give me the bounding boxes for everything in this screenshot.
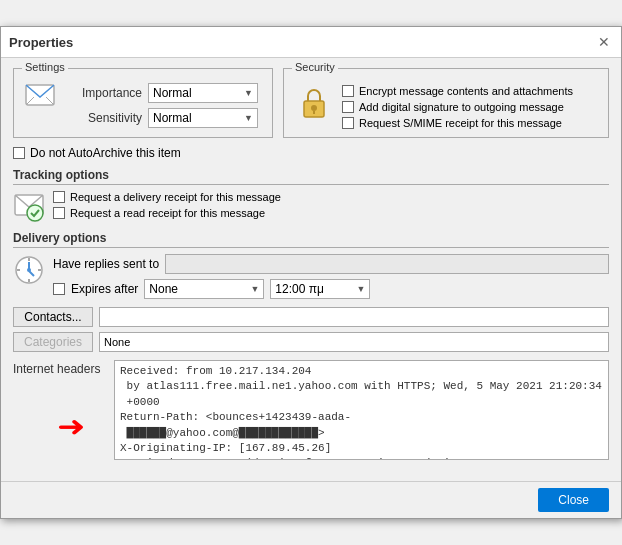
read-receipt-checkbox[interactable] xyxy=(53,207,65,219)
delivery-icon xyxy=(13,254,45,286)
title-close-button[interactable]: ✕ xyxy=(595,33,613,51)
headers-textarea[interactable]: Received: from 10.217.134.204 by atlas11… xyxy=(114,360,609,460)
importance-label: Importance xyxy=(64,86,142,100)
tracking-section-label: Tracking options xyxy=(13,168,609,185)
expires-date-value: None xyxy=(149,282,178,296)
svg-point-7 xyxy=(27,205,43,221)
security-section-label: Security xyxy=(292,61,338,73)
expires-date-dropdown[interactable]: None ▼ xyxy=(144,279,264,299)
chevron-down-icon: ▼ xyxy=(244,113,253,123)
encrypt-row: Encrypt message contents and attachments xyxy=(342,85,573,97)
red-arrow-icon: ➜ xyxy=(57,410,85,443)
chevron-down-icon: ▼ xyxy=(244,88,253,98)
read-receipt-label: Request a read receipt for this message xyxy=(70,207,265,219)
top-sections: Settings Importance Normal xyxy=(13,68,609,138)
title-bar: Properties ✕ xyxy=(1,27,621,58)
internet-headers-label: Internet headers xyxy=(13,362,108,376)
security-section: Security Encrypt message contents and at… xyxy=(283,68,609,138)
internet-headers-section: Internet headers ➜ Received: from 10.217… xyxy=(13,360,609,463)
read-receipt-row: Request a read receipt for this message xyxy=(53,207,281,219)
sensitivity-dropdown[interactable]: Normal ▼ xyxy=(148,108,258,128)
headers-container: ➜ Received: from 10.217.134.204 by atlas… xyxy=(114,360,609,463)
properties-dialog: Properties ✕ Settings Imp xyxy=(0,26,622,519)
categories-input[interactable] xyxy=(99,332,609,352)
autoarchive-checkbox[interactable] xyxy=(13,147,25,159)
security-checkboxes: Encrypt message contents and attachments… xyxy=(342,85,573,129)
tracking-checkboxes: Request a delivery receipt for this mess… xyxy=(53,191,281,219)
importance-value: Normal xyxy=(153,86,192,100)
chevron-down-icon: ▼ xyxy=(250,284,259,294)
tracking-icon xyxy=(13,191,45,223)
delivery-receipt-label: Request a delivery receipt for this mess… xyxy=(70,191,281,203)
delivery-receipt-checkbox[interactable] xyxy=(53,191,65,203)
replies-input[interactable] xyxy=(165,254,609,274)
close-button[interactable]: Close xyxy=(538,488,609,512)
signature-checkbox[interactable] xyxy=(342,101,354,113)
svg-point-4 xyxy=(311,105,317,111)
svg-point-11 xyxy=(27,268,31,272)
sensitivity-row: Sensitivity Normal ▼ xyxy=(64,108,258,128)
signature-label: Add digital signature to outgoing messag… xyxy=(359,101,564,113)
smime-checkbox[interactable] xyxy=(342,117,354,129)
encrypt-checkbox[interactable] xyxy=(342,85,354,97)
sensitivity-label: Sensitivity xyxy=(64,111,142,125)
smime-label: Request S/MIME receipt for this message xyxy=(359,117,562,129)
smime-row: Request S/MIME receipt for this message xyxy=(342,117,573,129)
delivery-fields: Have replies sent to Expires after None … xyxy=(53,254,609,299)
replies-row: Have replies sent to xyxy=(53,254,609,274)
signature-row: Add digital signature to outgoing messag… xyxy=(342,101,573,113)
dialog-content: Settings Importance Normal xyxy=(1,58,621,473)
importance-dropdown[interactable]: Normal ▼ xyxy=(148,83,258,103)
importance-icon xyxy=(24,79,56,111)
settings-with-icon: Importance Normal ▼ Sensitivity Normal ▼ xyxy=(24,77,262,128)
delivery-content: Have replies sent to Expires after None … xyxy=(13,254,609,299)
contacts-input[interactable] xyxy=(99,307,609,327)
lock-icon xyxy=(294,83,334,123)
contacts-button[interactable]: Contacts... xyxy=(13,307,93,327)
settings-section-label: Settings xyxy=(22,61,68,73)
expires-label: Expires after xyxy=(71,282,138,296)
expires-time-value: 12:00 πμ xyxy=(275,282,324,296)
delivery-receipt-row: Request a delivery receipt for this mess… xyxy=(53,191,281,203)
security-content: Encrypt message contents and attachments… xyxy=(294,83,598,129)
bottom-bar: Close xyxy=(1,481,621,518)
importance-row: Importance Normal ▼ xyxy=(64,83,258,103)
settings-fields: Importance Normal ▼ Sensitivity Normal ▼ xyxy=(64,83,258,128)
replies-label: Have replies sent to xyxy=(53,257,159,271)
chevron-down-icon: ▼ xyxy=(356,284,365,294)
dialog-title: Properties xyxy=(9,35,73,50)
sensitivity-value: Normal xyxy=(153,111,192,125)
expires-checkbox[interactable] xyxy=(53,283,65,295)
settings-section: Settings Importance Normal xyxy=(13,68,273,138)
expires-time-dropdown[interactable]: 12:00 πμ ▼ xyxy=(270,279,370,299)
categories-button[interactable]: Categories xyxy=(13,332,93,352)
autoarchive-label: Do not AutoArchive this item xyxy=(30,146,181,160)
contacts-row: Contacts... xyxy=(13,307,609,327)
delivery-section-label: Delivery options xyxy=(13,231,609,248)
expires-row: Expires after None ▼ 12:00 πμ ▼ xyxy=(53,279,609,299)
tracking-content: Request a delivery receipt for this mess… xyxy=(13,191,609,223)
autoarchive-row: Do not AutoArchive this item xyxy=(13,146,609,160)
encrypt-label: Encrypt message contents and attachments xyxy=(359,85,573,97)
categories-row: Categories xyxy=(13,332,609,352)
